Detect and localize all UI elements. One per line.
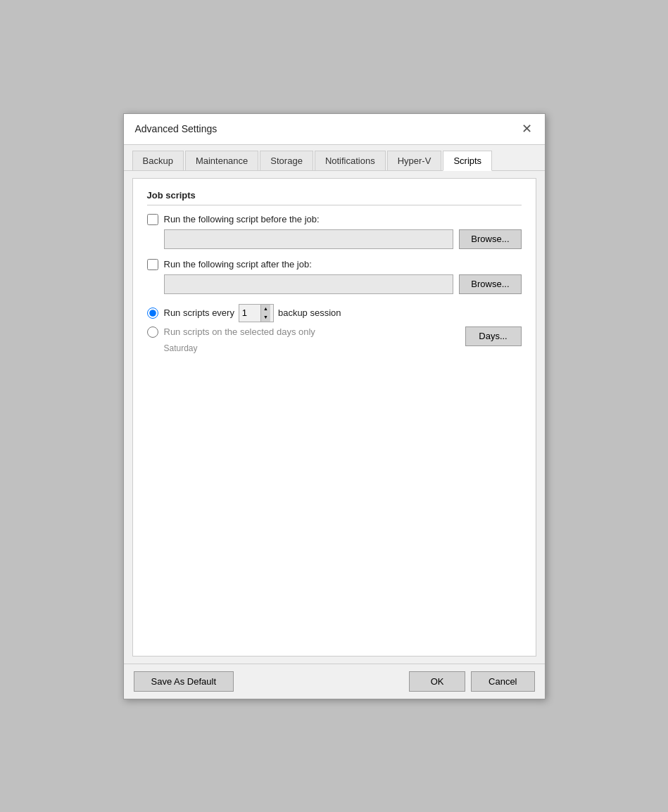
days-subtext: Saturday bbox=[164, 343, 315, 353]
after-script-checkbox[interactable] bbox=[147, 259, 158, 270]
after-script-input[interactable] bbox=[164, 274, 454, 294]
spinner-buttons: ▲ ▼ bbox=[260, 305, 270, 322]
section-title-job-scripts: Job scripts bbox=[147, 190, 522, 205]
tabs-bar: Backup Maintenance Storage Notifications… bbox=[124, 145, 545, 171]
before-script-checkbox-row: Run the following script before the job: bbox=[147, 214, 522, 225]
dialog-title: Advanced Settings bbox=[135, 123, 218, 134]
footer-right-buttons: OK Cancel bbox=[409, 671, 534, 692]
radio-every-row: Run scripts every ▲ ▼ backup session bbox=[147, 304, 522, 322]
before-script-input-row: Browse... bbox=[164, 229, 522, 249]
tab-hyperv[interactable]: Hyper-V bbox=[387, 151, 442, 170]
dialog-content: Job scripts Run the following script bef… bbox=[132, 178, 536, 656]
days-button[interactable]: Days... bbox=[465, 326, 522, 346]
tab-maintenance[interactable]: Maintenance bbox=[185, 151, 258, 170]
dialog-footer: Save As Default OK Cancel bbox=[124, 664, 545, 699]
after-script-checkbox-row: Run the following script after the job: bbox=[147, 259, 522, 270]
spinner-up-button[interactable]: ▲ bbox=[260, 305, 270, 313]
radio-every[interactable] bbox=[147, 307, 158, 319]
before-script-browse-button[interactable]: Browse... bbox=[459, 229, 521, 249]
cancel-button[interactable]: Cancel bbox=[471, 671, 534, 692]
before-script-input[interactable] bbox=[164, 229, 454, 249]
radio-every-prefix: Run scripts every bbox=[164, 307, 234, 318]
tab-notifications[interactable]: Notifications bbox=[315, 151, 386, 170]
before-script-label: Run the following script before the job: bbox=[164, 214, 320, 224]
radio-every-suffix: backup session bbox=[278, 307, 341, 318]
radio-days-content: Run scripts on the selected days only Sa… bbox=[147, 326, 315, 353]
before-script-group: Run the following script before the job:… bbox=[147, 214, 522, 249]
spinner-sessions: ▲ ▼ bbox=[239, 304, 274, 322]
radio-days[interactable] bbox=[147, 326, 158, 338]
radio-days-label: Run scripts on the selected days only bbox=[164, 326, 315, 337]
radio-days-row: Run scripts on the selected days only Sa… bbox=[147, 326, 522, 353]
save-as-default-button[interactable]: Save As Default bbox=[134, 671, 234, 692]
after-script-label: Run the following script after the job: bbox=[164, 259, 312, 269]
tab-backup[interactable]: Backup bbox=[132, 151, 184, 170]
before-script-checkbox[interactable] bbox=[147, 214, 158, 225]
title-bar: Advanced Settings ✕ bbox=[124, 114, 545, 145]
after-script-input-row: Browse... bbox=[164, 274, 522, 294]
close-button[interactable]: ✕ bbox=[519, 121, 535, 137]
spinner-down-button[interactable]: ▼ bbox=[260, 313, 270, 322]
radio-every-label: Run scripts every ▲ ▼ backup session bbox=[164, 304, 341, 322]
after-script-group: Run the following script after the job: … bbox=[147, 259, 522, 294]
radio-days-inner-row: Run scripts on the selected days only bbox=[147, 326, 315, 338]
ok-button[interactable]: OK bbox=[409, 671, 465, 692]
tab-storage[interactable]: Storage bbox=[260, 151, 313, 170]
tab-scripts[interactable]: Scripts bbox=[443, 151, 492, 171]
sessions-number-input[interactable] bbox=[239, 306, 260, 319]
advanced-settings-dialog: Advanced Settings ✕ Backup Maintenance S… bbox=[123, 113, 546, 699]
after-script-browse-button[interactable]: Browse... bbox=[459, 274, 521, 294]
radio-section: Run scripts every ▲ ▼ backup session bbox=[147, 304, 522, 353]
